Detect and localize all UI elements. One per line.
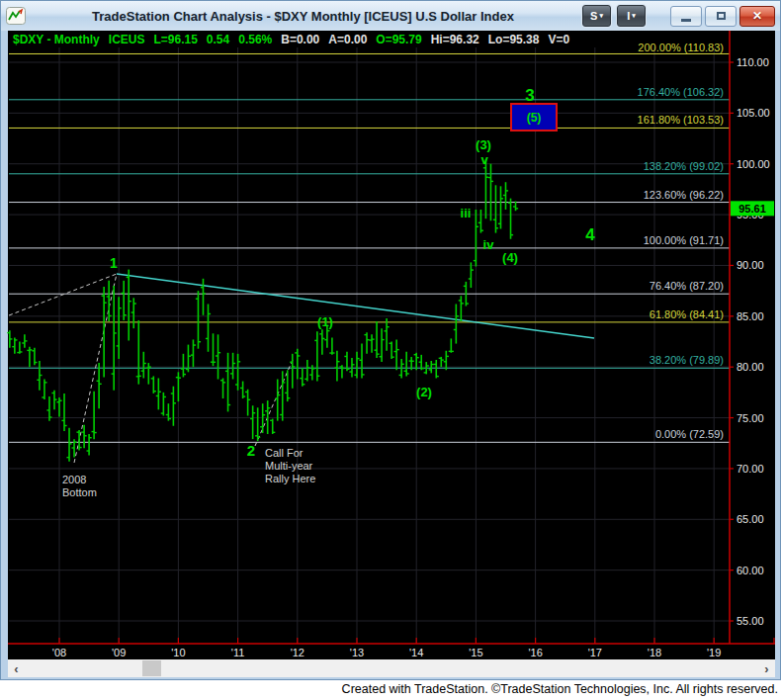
minimize-button[interactable] bbox=[670, 6, 702, 27]
price-bar bbox=[270, 419, 275, 434]
price-bar bbox=[51, 391, 56, 410]
wave-label[interactable]: (1) bbox=[317, 314, 333, 329]
price-bar bbox=[498, 186, 503, 228]
wave-label[interactable]: 1 bbox=[110, 255, 118, 271]
price-bars bbox=[7, 160, 518, 462]
price-bar bbox=[359, 344, 364, 379]
time-axis-label: '11 bbox=[231, 647, 245, 658]
quote-field-2: L=96.15 bbox=[153, 33, 197, 46]
window-controls: ✕ bbox=[667, 6, 775, 27]
price-bar bbox=[369, 334, 374, 352]
style-dropdown-button[interactable]: S bbox=[582, 5, 611, 27]
price-bar bbox=[349, 358, 354, 378]
wave-label[interactable]: v bbox=[480, 152, 488, 167]
price-bar bbox=[260, 403, 265, 433]
wave-label[interactable]: iii bbox=[461, 206, 472, 220]
window-title: TradeStation Chart Analysis - $DXY Month… bbox=[30, 9, 576, 24]
elliott-wave-labels[interactable]: 12(1)(2)iiiivv(3)(4)34 bbox=[110, 86, 595, 459]
price-bar bbox=[171, 387, 176, 426]
price-axis-label: 90.00 bbox=[737, 259, 764, 271]
scrollbar-thumb[interactable] bbox=[142, 660, 161, 676]
title-bar[interactable]: TradeStation Chart Analysis - $DXY Month… bbox=[1, 1, 780, 31]
wave5-target-box[interactable]: (5) bbox=[511, 104, 557, 131]
price-bar bbox=[17, 342, 22, 354]
wave-label[interactable]: (3) bbox=[476, 137, 491, 152]
price-bar bbox=[240, 382, 245, 398]
app-chart-icon[interactable] bbox=[6, 7, 26, 25]
chart-canvas[interactable]: 200.00% (110.83)176.40% (106.32)161.80% … bbox=[8, 47, 775, 659]
price-bar bbox=[265, 400, 270, 434]
price-bar bbox=[385, 318, 390, 351]
fib-label: 123.60% (96.22) bbox=[644, 189, 724, 201]
scroll-left-arrow-icon[interactable]: ‹ bbox=[8, 659, 25, 677]
fib-retracement-lines[interactable]: 200.00% (110.83)176.40% (106.32)161.80% … bbox=[9, 42, 730, 442]
price-bar bbox=[32, 348, 37, 365]
quote-field-1: ICEUS bbox=[109, 33, 145, 46]
time-axis-label: '18 bbox=[648, 647, 661, 658]
note-line: Multi-year bbox=[265, 460, 313, 472]
price-bar bbox=[394, 339, 399, 370]
price-bar bbox=[176, 372, 181, 401]
price-axis-label: 105.00 bbox=[737, 107, 770, 119]
price-bar bbox=[131, 298, 136, 328]
indicator-dropdown-button[interactable]: I bbox=[617, 5, 646, 27]
quote-field-5: B=0.00 bbox=[281, 33, 319, 46]
restore-button[interactable] bbox=[705, 6, 737, 27]
time-axis-label: '12 bbox=[291, 647, 304, 658]
price-bar bbox=[151, 376, 156, 393]
price-bar bbox=[459, 296, 464, 321]
price-bar bbox=[390, 342, 394, 359]
note-line: 2008 bbox=[62, 474, 86, 485]
price-bar bbox=[235, 354, 240, 391]
price-bar bbox=[314, 331, 319, 381]
time-axis-label: '19 bbox=[707, 647, 721, 658]
price-axis-label: 100.00 bbox=[737, 158, 770, 170]
price-bar bbox=[439, 357, 444, 367]
fib-label: 176.40% (106.32) bbox=[638, 86, 724, 98]
price-bar bbox=[201, 279, 206, 315]
price-bar bbox=[404, 352, 409, 377]
price-axis-label: 60.00 bbox=[737, 565, 764, 576]
time-axis-label: '17 bbox=[588, 647, 602, 658]
price-bar bbox=[127, 270, 131, 341]
price-bar bbox=[220, 378, 225, 398]
price-bar bbox=[319, 329, 324, 355]
wave-label[interactable]: (4) bbox=[502, 250, 518, 265]
time-axis-label: '14 bbox=[409, 647, 423, 658]
price-bar bbox=[469, 262, 474, 288]
wave-label[interactable]: 2 bbox=[247, 442, 255, 459]
price-bar bbox=[136, 320, 141, 385]
wave-label[interactable]: iv bbox=[483, 237, 495, 252]
wave-label[interactable]: 4 bbox=[585, 225, 595, 244]
close-button[interactable]: ✕ bbox=[739, 6, 775, 27]
price-axis-label: 75.00 bbox=[737, 412, 764, 424]
price-bar bbox=[374, 321, 379, 358]
price-bar bbox=[280, 371, 285, 420]
price-bar bbox=[42, 380, 46, 400]
quote-field-9: Lo=95.38 bbox=[488, 33, 540, 46]
fib-label: 161.80% (103.53) bbox=[638, 114, 724, 126]
price-bar bbox=[488, 164, 493, 221]
price-bar bbox=[102, 287, 107, 377]
price-bar bbox=[295, 349, 300, 380]
text-annotations[interactable]: 2008BottomCall ForMulti-yearRally Here bbox=[62, 447, 315, 498]
chart-h-scrollbar[interactable]: ‹ › bbox=[8, 659, 775, 677]
quote-field-3: 0.54 bbox=[207, 33, 229, 46]
fib-label: 38.20% (79.89) bbox=[650, 354, 724, 366]
note-line: Bottom bbox=[62, 486, 97, 498]
wave-label[interactable]: (2) bbox=[416, 385, 432, 399]
price-bar bbox=[474, 210, 478, 267]
note-line: Rally Here bbox=[265, 473, 315, 484]
time-axis-label: '10 bbox=[171, 647, 185, 658]
price-bar bbox=[449, 338, 454, 352]
chart-plot-area[interactable]: 200.00% (110.83)176.40% (106.32)161.80% … bbox=[8, 47, 775, 659]
price-bar bbox=[503, 182, 508, 210]
price-bar bbox=[483, 160, 488, 219]
minimize-icon bbox=[681, 19, 691, 22]
price-bar bbox=[230, 353, 235, 380]
time-axis-label: '09 bbox=[112, 647, 126, 658]
tradestation-window: TradeStation Chart Analysis - $DXY Month… bbox=[0, 0, 781, 680]
scroll-right-arrow-icon[interactable]: › bbox=[758, 659, 775, 677]
price-bar bbox=[225, 353, 230, 412]
wave-label[interactable]: 3 bbox=[525, 86, 534, 105]
